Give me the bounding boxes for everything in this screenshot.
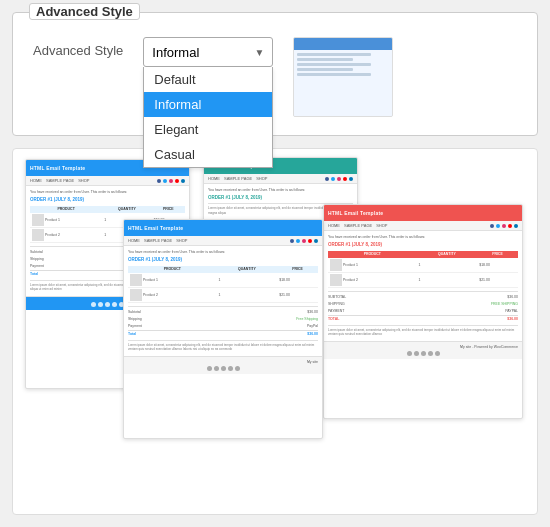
card4-intro: You have received an order from User. Th…: [328, 235, 518, 240]
card4-order-title: ORDER #1 (JULY 8, 2019): [328, 242, 518, 248]
card1-nav-icons: [157, 179, 185, 183]
card4-mysite: My site - Powered by WooCommerce: [328, 345, 518, 349]
email-card-3: HTML Email Template HOME SAMPLE PAGE SHO…: [123, 219, 323, 439]
option-default[interactable]: Default: [144, 67, 272, 92]
card1-nav-sample: SAMPLE PAGE: [46, 178, 74, 183]
card1-th-product: PRODUCT: [30, 206, 102, 213]
card4-footer: My site - Powered by WooCommerce: [324, 341, 522, 359]
option-elegant[interactable]: Elegant: [144, 117, 272, 142]
card1-th-price: PRICE: [152, 206, 185, 213]
card2-nav: HOME SAMPLE PAGE SHOP: [204, 174, 357, 184]
card3-row-2: Product 2 1 $21.00: [128, 288, 318, 303]
card1-title: HTML Email Template: [30, 165, 85, 171]
card2-order-title: ORDER #1 (JULY 8, 2019): [208, 195, 353, 201]
option-casual[interactable]: Casual: [144, 142, 272, 167]
style-preview-thumbnail: [293, 37, 393, 117]
email-card-4: HTML Email Template HOME SAMPLE PAGE SHO…: [323, 204, 523, 419]
style-dropdown[interactable]: Informal ▼ Default Informal Elegant Casu…: [143, 37, 273, 67]
card4-table: PRODUCT QUANTITY PRICE Product 1 1 $18.0…: [328, 251, 518, 288]
card4-lorem: Lorem ipsum dolor sit amet, consectetur …: [328, 328, 518, 337]
card3-nav: HOME SAMPLE PAGE SHOP: [124, 236, 322, 246]
card1-order-title: ORDER #1 (JULY 8, 2019): [30, 197, 185, 203]
card4-nav: HOME SAMPLE PAGE SHOP: [324, 221, 522, 231]
card3-order-title: ORDER #1 (JULY 8, 2019): [128, 257, 318, 263]
card4-row-2: Product 2 1 $21.00: [328, 273, 518, 288]
card1-intro: You have received an order from User. Th…: [30, 190, 185, 195]
card1-nav: HOME SAMPLE PAGE SHOP: [26, 176, 189, 186]
dropdown-trigger[interactable]: Informal ▼: [143, 37, 273, 67]
card3-header: HTML Email Template: [124, 220, 322, 236]
dropdown-selected-value: Informal: [152, 45, 199, 60]
card3-row-1: Product 1 1 $18.00: [128, 273, 318, 288]
email-template-preview-area: HTML Email Template HOME SAMPLE PAGE SHO…: [12, 148, 538, 515]
card4-nav-icons: [490, 224, 518, 228]
card4-header: HTML Email Template: [324, 205, 522, 221]
card1-nav-home: HOME: [30, 178, 42, 183]
dropdown-menu: Default Informal Elegant Casual: [143, 67, 273, 168]
card4-title: HTML Email Template: [328, 210, 383, 216]
card1-th-qty: QUANTITY: [102, 206, 151, 213]
card1-nav-shop: SHOP: [78, 178, 89, 183]
card3-body: You have received an order from User. Th…: [124, 246, 322, 356]
card3-table: PRODUCT QUANTITY PRICE Product 1 1 $18.0…: [128, 266, 318, 303]
card3-intro: You have received an order from User. Th…: [128, 250, 318, 255]
panel-label: Advanced Style: [33, 37, 123, 58]
card2-nav-icons: [325, 177, 353, 181]
advanced-style-panel: Advanced Style Advanced Style Informal ▼…: [12, 12, 538, 136]
card4-row-1: Product 1 1 $18.00: [328, 258, 518, 273]
card4-body: You have received an order from User. Th…: [324, 231, 522, 341]
panel-legend: Advanced Style: [29, 3, 140, 20]
option-informal[interactable]: Informal: [144, 92, 272, 117]
card3-nav-icons: [290, 239, 318, 243]
card3-title: HTML Email Template: [128, 225, 183, 231]
card3-lorem: Lorem ipsum dolor sit amet, consectetur …: [128, 343, 318, 352]
card3-mysite: My site: [128, 360, 318, 364]
card2-intro: You have received an order from User. Th…: [208, 188, 353, 193]
card3-footer: My site: [124, 356, 322, 374]
chevron-down-icon: ▼: [254, 47, 264, 58]
